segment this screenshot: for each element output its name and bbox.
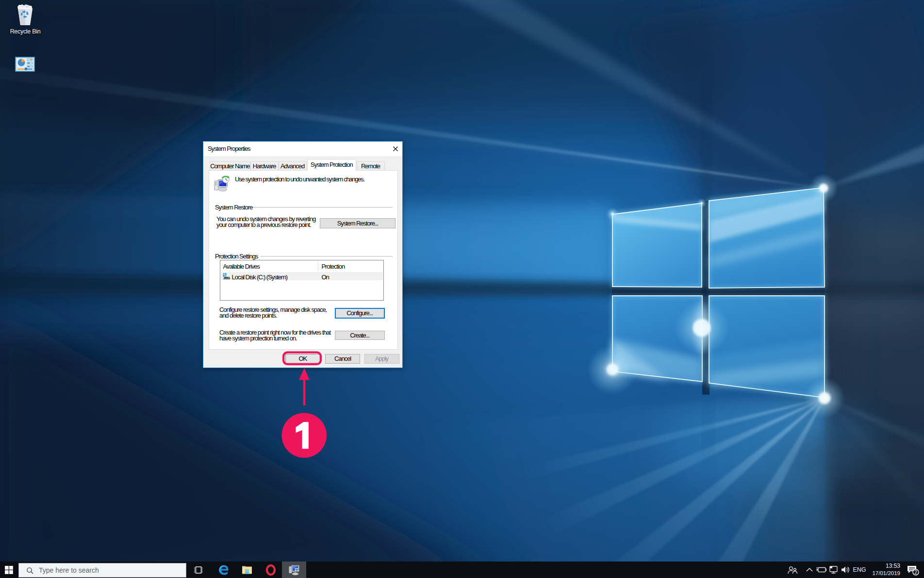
- svg-text:2: 2: [914, 570, 917, 575]
